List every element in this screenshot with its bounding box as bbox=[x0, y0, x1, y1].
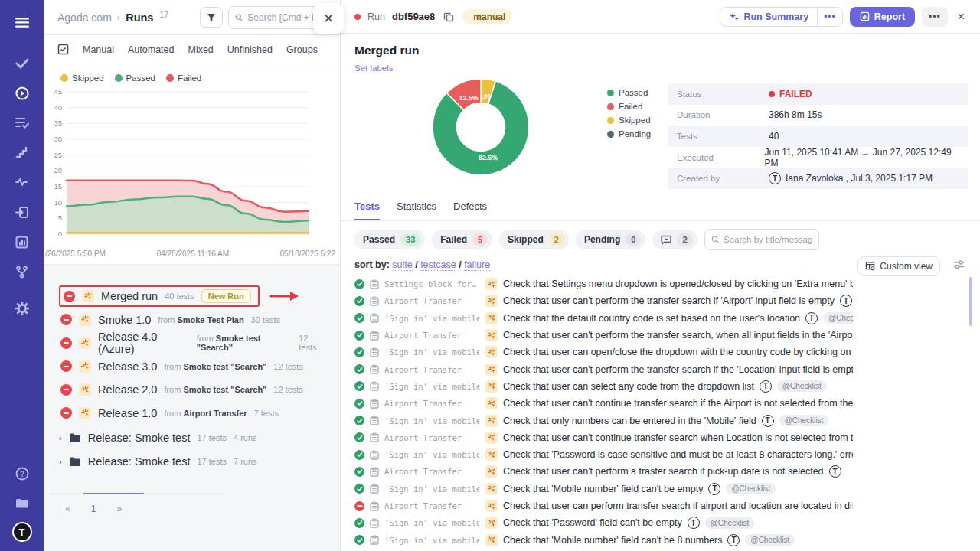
sidebar-user-avatar[interactable]: T bbox=[12, 522, 32, 542]
select-all-icon[interactable] bbox=[57, 44, 69, 55]
user-avatar: T bbox=[727, 534, 740, 546]
pagination-next[interactable]: » bbox=[116, 504, 122, 514]
test-row[interactable]: Airport TransferCheck that user can't pe… bbox=[341, 360, 980, 377]
filter-chip-passed[interactable]: Passed33 bbox=[354, 230, 425, 249]
pagination-prev[interactable]: « bbox=[65, 504, 70, 514]
test-row[interactable]: Airport TransferCheck that user can't pe… bbox=[341, 463, 980, 480]
failed-status-icon bbox=[60, 384, 72, 396]
svg-text:?: ? bbox=[19, 470, 24, 478]
run-detail-panel: Run dbf59ae8 manual Run Summary ••• bbox=[341, 0, 980, 551]
legend-label: Skipped bbox=[619, 116, 651, 125]
test-row[interactable]: 'Sign in' via mobileCheck that user can … bbox=[341, 378, 980, 395]
test-row[interactable]: 'Sign in' via mobileCheck that user can … bbox=[341, 344, 980, 360]
scrollbar[interactable] bbox=[969, 277, 972, 326]
breadcrumb-page: Runs bbox=[126, 11, 153, 24]
info-row-created-by: Created byTIana Zavoloka , Jul 3, 2025 1… bbox=[668, 168, 968, 189]
sidebar-projects-icon[interactable] bbox=[11, 492, 34, 515]
info-value: 386h 8m 15s bbox=[769, 109, 822, 120]
sidebar-menu-icon[interactable] bbox=[11, 11, 34, 34]
view-settings-icon[interactable] bbox=[953, 259, 965, 272]
filter-chip-comments[interactable]: 2 bbox=[652, 230, 697, 249]
legend-label: Passed bbox=[126, 73, 155, 83]
sidebar-tests-icon[interactable] bbox=[11, 52, 34, 75]
sidebar-help-icon[interactable]: ? bbox=[11, 462, 34, 485]
sidebar-requirements-icon[interactable] bbox=[11, 201, 34, 224]
test-title: Check that 'Mobile number' field can't b… bbox=[503, 535, 722, 546]
run-list-item[interactable]: Smoke 1.0from Smoke Test Plan30 tests bbox=[59, 308, 332, 332]
tab-tests[interactable]: Tests bbox=[354, 201, 380, 220]
breadcrumb-project[interactable]: Agoda.com bbox=[57, 11, 112, 24]
run-folder-item[interactable]: ›Release: Smoke test17 tests4 runs bbox=[59, 425, 332, 449]
test-row[interactable]: 'Sign in' via mobileCheck that 'Mobile n… bbox=[341, 481, 980, 497]
sidebar-reports-icon[interactable] bbox=[11, 231, 34, 254]
run-title: Merged run bbox=[354, 44, 980, 57]
test-suite-name: 'Sign in' via mobile bbox=[384, 450, 479, 459]
custom-view-button[interactable]: Custom view bbox=[858, 256, 940, 276]
sort-link-suite[interactable]: suite bbox=[392, 259, 412, 271]
filter-chip-skipped[interactable]: Skipped2 bbox=[499, 230, 569, 249]
sidebar-integrations-icon[interactable] bbox=[11, 261, 34, 284]
runs-tab-automated[interactable]: Automated bbox=[128, 44, 174, 55]
sort-link-testcase[interactable]: testcase bbox=[420, 259, 456, 271]
sidebar-defects-icon[interactable] bbox=[11, 171, 34, 194]
runs-tab-unfinished[interactable]: Unfinished bbox=[227, 44, 273, 55]
test-row[interactable]: Airport TransferCheck that user can perf… bbox=[341, 497, 980, 514]
run-list-item[interactable]: Release 4.0 (Azure)from Smoke test "Sear… bbox=[59, 331, 332, 355]
sidebar-runs-icon[interactable] bbox=[11, 82, 34, 105]
runs-tab-manual[interactable]: Manual bbox=[83, 44, 114, 55]
report-button[interactable]: Report bbox=[850, 7, 915, 27]
runs-tab-mixed[interactable]: Mixed bbox=[188, 44, 213, 55]
chip-count: 2 bbox=[677, 233, 692, 246]
folder-name: Release: Smoke test bbox=[88, 432, 191, 444]
test-row[interactable]: 'Sign in' via mobileCheck that 'Password… bbox=[341, 446, 980, 463]
copy-run-id-button[interactable] bbox=[442, 10, 456, 24]
donut-legend-item-failed: Failed bbox=[607, 102, 651, 111]
test-row[interactable]: 'Sign in' via mobileCheck that the defau… bbox=[341, 310, 980, 327]
sidebar-shared-steps-icon[interactable] bbox=[11, 142, 34, 165]
run-summary-button[interactable]: Run Summary bbox=[720, 8, 817, 26]
run-list-item[interactable]: Merged run40 testsNew Run bbox=[59, 285, 332, 308]
test-row[interactable]: Airport TransferCheck that user can't co… bbox=[341, 395, 980, 412]
run-list-item[interactable]: Release 2.0from Smoke test "Search"12 te… bbox=[59, 378, 332, 402]
pagination-page-1[interactable]: 1 bbox=[91, 504, 96, 514]
tab-statistics[interactable]: Statistics bbox=[397, 201, 436, 220]
test-row[interactable]: 'Sign in' via mobileCheck that 'Mobile n… bbox=[341, 531, 980, 548]
run-more-button[interactable]: ••• bbox=[922, 7, 948, 27]
filter-chip-pending[interactable]: Pending0 bbox=[576, 230, 645, 249]
tests-search-input[interactable] bbox=[724, 235, 812, 244]
runs-search-input[interactable] bbox=[247, 12, 322, 23]
panel-close-button[interactable]: × bbox=[955, 8, 968, 25]
drawer-close-button[interactable]: ✕ bbox=[313, 3, 344, 34]
table-settings-icon bbox=[865, 261, 875, 271]
test-row[interactable]: 'Sign in' via mobileCheck that only numb… bbox=[341, 412, 980, 429]
sidebar-settings-icon[interactable] bbox=[11, 297, 34, 320]
tests-search[interactable] bbox=[704, 229, 819, 250]
test-row[interactable]: Settings block for…Check that Settings m… bbox=[341, 276, 980, 292]
run-source: from Smoke test "Search" bbox=[164, 385, 266, 394]
test-row[interactable]: Airport TransferCheck that user can't co… bbox=[341, 429, 980, 446]
filter-button[interactable] bbox=[200, 7, 223, 28]
sort-link-failure[interactable]: failure bbox=[464, 259, 490, 271]
tab-defects[interactable]: Defects bbox=[453, 201, 487, 220]
test-row[interactable]: 'Sign in' via mobileCheck that 'Password… bbox=[341, 514, 980, 531]
test-row[interactable]: Airport TransferCheck that user can't pe… bbox=[341, 327, 980, 344]
svg-text:25: 25 bbox=[54, 151, 62, 159]
run-list-item[interactable]: Release 1.0from Airport Transfer7 tests bbox=[59, 402, 332, 425]
run-tests-count: 12 tests bbox=[273, 362, 303, 371]
test-main: Check that 'Mobile number' field can't b… bbox=[485, 534, 853, 546]
sidebar-test-plans-icon[interactable] bbox=[11, 112, 34, 135]
set-labels-link[interactable]: Set labels bbox=[354, 64, 394, 73]
manual-icon bbox=[485, 432, 498, 444]
run-list-item[interactable]: Release 3.0from Smoke test "Search"12 te… bbox=[59, 355, 332, 379]
user-avatar: T bbox=[829, 465, 841, 478]
passed-status-icon bbox=[354, 279, 364, 289]
test-row[interactable]: Airport TransferCheck that user can't pe… bbox=[341, 292, 980, 309]
info-row-tests: Tests40 bbox=[668, 126, 968, 147]
runs-tab-groups[interactable]: Groups bbox=[286, 44, 318, 55]
run-summary-more-button[interactable]: ••• bbox=[817, 8, 842, 26]
testcase-icon bbox=[370, 467, 379, 477]
run-folder-item[interactable]: ›Release: Smoke test17 tests7 runs bbox=[59, 449, 332, 473]
filter-chip-failed[interactable]: Failed5 bbox=[432, 230, 492, 249]
folder-name: Release: Smoke test bbox=[88, 455, 191, 468]
search-icon bbox=[235, 13, 243, 22]
